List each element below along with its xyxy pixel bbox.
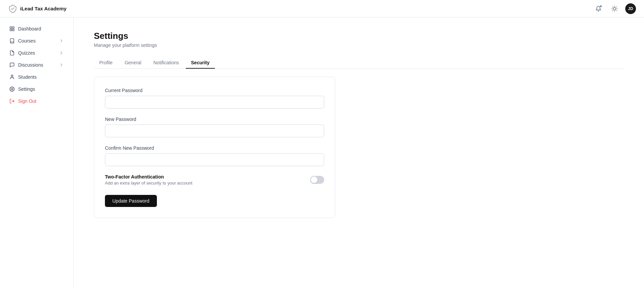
- tab-profile[interactable]: Profile: [94, 57, 118, 69]
- toggle-knob: [311, 176, 317, 183]
- tab-security[interactable]: Security: [186, 57, 215, 69]
- sidebar-item-students[interactable]: Students: [3, 71, 71, 83]
- twofa-row: Two-Factor Authentication Add an extra l…: [105, 174, 324, 186]
- notification-button[interactable]: [593, 3, 604, 14]
- tab-general[interactable]: General: [119, 57, 147, 69]
- chevron-right-icon: [59, 38, 64, 44]
- svg-point-14: [11, 88, 13, 90]
- svg-rect-12: [10, 29, 12, 31]
- sidebar: Dashboard Courses Quizzes: [0, 17, 74, 288]
- avatar[interactable]: JD: [625, 3, 636, 14]
- sidebar-label-signout: Sign Out: [18, 98, 36, 104]
- sidebar-label-courses: Courses: [18, 38, 36, 44]
- chevron-right-icon: [59, 62, 64, 68]
- notification-dot: [600, 5, 602, 7]
- sidebar-label-settings: Settings: [18, 86, 35, 92]
- svg-line-3: [612, 7, 613, 7]
- sun-icon: [611, 6, 618, 12]
- svg-line-8: [616, 7, 617, 7]
- new-password-input[interactable]: [105, 125, 324, 137]
- main-layout: Dashboard Courses Quizzes: [0, 17, 644, 288]
- confirm-password-label: Confirm New Password: [105, 145, 324, 151]
- svg-rect-11: [12, 29, 14, 31]
- sidebar-item-courses[interactable]: Courses: [3, 35, 71, 47]
- main-content: Settings Manage your platform settings P…: [74, 17, 644, 288]
- new-password-label: New Password: [105, 117, 324, 122]
- svg-rect-10: [12, 27, 14, 28]
- book-icon: [9, 38, 15, 44]
- file-icon: [9, 50, 15, 56]
- security-card: Current Password New Password Confirm Ne…: [94, 77, 335, 218]
- sidebar-label-dashboard: Dashboard: [18, 26, 41, 31]
- chevron-right-icon: [59, 50, 64, 56]
- twofa-desc: Add an extra layer of security to your a…: [105, 181, 192, 186]
- confirm-password-group: Confirm New Password: [105, 145, 324, 166]
- current-password-label: Current Password: [105, 88, 324, 93]
- current-password-input[interactable]: [105, 96, 324, 109]
- signout-icon: [9, 98, 15, 104]
- sidebar-label-discussions: Discussions: [18, 62, 43, 68]
- page-title: Settings: [94, 31, 624, 41]
- sidebar-label-students: Students: [18, 74, 37, 80]
- sidebar-item-settings[interactable]: Settings: [3, 83, 71, 95]
- svg-rect-9: [10, 27, 12, 28]
- grid-icon: [9, 26, 15, 31]
- chat-icon: [9, 62, 15, 68]
- topbar-right: JD: [593, 3, 636, 14]
- svg-point-0: [613, 7, 616, 10]
- new-password-group: New Password: [105, 117, 324, 137]
- svg-line-7: [612, 10, 613, 10]
- svg-line-4: [616, 10, 617, 10]
- twofa-toggle[interactable]: [310, 176, 324, 184]
- page-subtitle: Manage your platform settings: [94, 43, 624, 48]
- topbar-left: iLead Tax Academy: [8, 4, 66, 13]
- app-logo: [8, 4, 17, 13]
- current-password-group: Current Password: [105, 88, 324, 109]
- confirm-password-input[interactable]: [105, 153, 324, 166]
- sidebar-item-dashboard[interactable]: Dashboard: [3, 23, 71, 34]
- app: iLead Tax Academy: [0, 0, 644, 288]
- sidebar-label-quizzes: Quizzes: [18, 50, 35, 56]
- svg-point-13: [11, 75, 13, 77]
- app-title: iLead Tax Academy: [20, 6, 66, 11]
- update-password-button[interactable]: Update Password: [105, 195, 157, 207]
- sidebar-item-discussions[interactable]: Discussions: [3, 59, 71, 71]
- tabs: Profile General Notifications Security: [94, 57, 624, 69]
- sidebar-item-quizzes[interactable]: Quizzes: [3, 47, 71, 59]
- topbar: iLead Tax Academy: [0, 0, 644, 17]
- tab-notifications[interactable]: Notifications: [148, 57, 184, 69]
- user-icon: [9, 74, 15, 80]
- twofa-title: Two-Factor Authentication: [105, 174, 192, 179]
- gear-icon: [9, 86, 15, 92]
- theme-toggle-button[interactable]: [609, 3, 620, 14]
- sidebar-item-signout[interactable]: Sign Out: [3, 95, 71, 107]
